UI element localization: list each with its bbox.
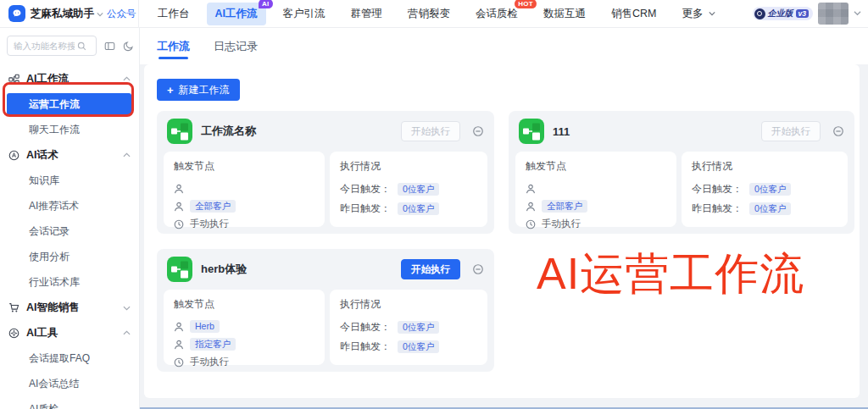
- chevron-down-icon: [123, 300, 131, 315]
- sidebar-section-ai-tools[interactable]: AI工具: [0, 320, 139, 345]
- topbar: 芝麻私域助手 公众号 工作台 AI工作流 AI 客户引流 群管理 营销裂变 会话…: [0, 0, 868, 28]
- clock-icon: [174, 219, 184, 229]
- sidebar-item-knowledge-base[interactable]: 知识库: [0, 168, 139, 193]
- audience-tag: 全部客户: [542, 200, 587, 213]
- nav-group-management[interactable]: 群管理: [342, 3, 392, 25]
- sidebar-item-usage-analysis[interactable]: 使用分析: [0, 244, 139, 269]
- nav-ai-workflow[interactable]: AI工作流 AI: [207, 3, 266, 25]
- execution-status-panel: 执行情况 今日触发： 0位客户 昨日触发： 0位客户: [682, 152, 848, 227]
- plan-badge[interactable]: 企业版 v3: [753, 7, 813, 20]
- workflow-card-title: 工作流名称: [201, 124, 392, 139]
- workflow-card: 工作流名称 开始执行 触发节点 全部客户 手动执行: [157, 111, 494, 234]
- workflow-green-icon: [519, 119, 544, 144]
- person-icon: [526, 184, 536, 194]
- app-title: 芝麻私域助手: [31, 7, 94, 21]
- workflow-card: 111 开始执行 触发节点 全部客户 手动执行: [509, 111, 854, 234]
- workflow-green-icon: [167, 119, 192, 144]
- clock-icon: [174, 357, 184, 368]
- yesterday-trigger-count-tag: 0位客户: [398, 340, 439, 354]
- new-workflow-button[interactable]: + 新建工作流: [157, 79, 240, 101]
- trigger-node-panel: 触发节点 全部客户 手动执行: [515, 152, 676, 227]
- start-run-button[interactable]: 开始执行: [401, 121, 460, 141]
- yesterday-trigger-count-tag: 0位客户: [398, 202, 439, 216]
- sidebar: AI工作流 运营工作流 聊天工作流 AI话术 知识库 AI推荐话术 会话记录 使…: [0, 28, 140, 409]
- nav-data-exchange[interactable]: 数据互通: [535, 3, 594, 25]
- sidebar-section-ai-smart-sales[interactable]: AI智能销售: [0, 295, 139, 320]
- audience-tag: 指定客户: [190, 338, 236, 351]
- nav-more[interactable]: 更多: [673, 3, 723, 25]
- person-icon: [174, 184, 184, 194]
- brand-chevron-down-icon[interactable]: [97, 6, 103, 21]
- person-icon: [526, 202, 536, 212]
- sidebar-section-ai-scripts[interactable]: AI话术: [0, 142, 139, 168]
- chevron-up-icon: [123, 147, 131, 163]
- person-icon: [174, 322, 184, 332]
- today-trigger-count-tag: 0位客户: [398, 183, 439, 196]
- person-icon: [174, 202, 184, 212]
- start-run-button[interactable]: 开始执行: [401, 259, 460, 279]
- chevron-up-icon: [123, 71, 131, 86]
- disable-circle-icon[interactable]: [472, 263, 484, 275]
- sidebar-item-industry-script-library[interactable]: 行业话术库: [0, 269, 139, 295]
- nav-workbench[interactable]: 工作台: [149, 3, 198, 25]
- sidebar-item-ai-recommended-scripts[interactable]: AI推荐话术: [0, 193, 139, 218]
- search-icon: [77, 41, 86, 51]
- cart-icon: [8, 302, 19, 313]
- trigger-node-panel: 触发节点 Herb 指定客户 手动执行: [164, 290, 325, 365]
- version-badge: v3: [796, 9, 809, 18]
- nav-customer-acquisition[interactable]: 客户引流: [275, 3, 334, 25]
- user-avatar[interactable]: [818, 3, 849, 25]
- nav-conversation-qc[interactable]: 会话质检 HOT: [467, 3, 526, 25]
- yesterday-trigger-count-tag: 0位客户: [749, 202, 791, 216]
- account-type-link[interactable]: 公众号: [107, 8, 136, 20]
- clock-icon: [526, 219, 536, 229]
- sidebar-section-ai-workflow[interactable]: AI工作流: [0, 66, 139, 91]
- nav-marketing-fission[interactable]: 营销裂变: [399, 3, 459, 25]
- collapse-sidebar-icon[interactable]: [104, 41, 115, 52]
- plus-icon: +: [167, 84, 174, 97]
- more-chevron-down-icon: [709, 10, 715, 17]
- search-input-wrap: [7, 36, 97, 56]
- tools-icon: [8, 328, 19, 339]
- today-trigger-count-tag: 0位客户: [398, 321, 439, 334]
- speech-icon: [8, 150, 19, 161]
- workflow-icon: [8, 74, 19, 85]
- sidebar-item-conversation-faq-extract[interactable]: 会话提取FAQ: [0, 345, 139, 371]
- workflow-card-title: herb体验: [201, 262, 392, 277]
- main-nav: 工作台 AI工作流 AI 客户引流 群管理 营销裂变 会话质检 HOT 数据互通…: [149, 0, 724, 28]
- sidebar-search-row: [7, 36, 134, 56]
- brand-area[interactable]: 芝麻私域助手 公众号: [0, 0, 139, 28]
- sidebar-item-operation-workflow[interactable]: 运营工作流: [7, 93, 131, 115]
- trigger-node-panel: 触发节点 全部客户 手动执行: [164, 152, 325, 227]
- tab-workflow[interactable]: 工作流: [157, 28, 190, 64]
- start-run-button[interactable]: 开始执行: [761, 121, 821, 141]
- hot-badge: HOT: [515, 0, 537, 8]
- chevron-up-icon: [123, 325, 131, 340]
- app-window: 芝麻私域助手 公众号 工作台 AI工作流 AI 客户引流 群管理 营销裂变 会话…: [0, 0, 868, 409]
- audience-tag: 全部客户: [190, 200, 236, 213]
- app-logo-icon: [8, 5, 25, 22]
- workflow-green-icon: [167, 257, 192, 282]
- sidebar-item-ai-conversation-summary[interactable]: AI会话总结: [0, 371, 139, 396]
- tab-log-records[interactable]: 日志记录: [214, 28, 258, 64]
- person-icon: [174, 340, 184, 350]
- disable-circle-icon[interactable]: [472, 125, 484, 137]
- sidebar-menu: AI工作流 运营工作流 聊天工作流 AI话术 知识库 AI推荐话术 会话记录 使…: [0, 66, 139, 409]
- workflow-panel: + 新建工作流 工作流名称 开始执行 触发节点 全部客户: [144, 64, 860, 398]
- enterprise-icon: [754, 8, 765, 19]
- execution-status-panel: 执行情况 今日触发： 0位客户 昨日触发： 0位客户: [330, 290, 487, 365]
- disable-circle-icon[interactable]: [832, 125, 844, 137]
- search-input[interactable]: [14, 41, 75, 51]
- sidebar-item-chat-workflow[interactable]: 聊天工作流: [0, 117, 139, 142]
- today-trigger-count-tag: 0位客户: [749, 183, 791, 196]
- audience-tag: Herb: [190, 320, 220, 334]
- dark-mode-moon-icon[interactable]: [123, 41, 134, 52]
- nav-sales-crm[interactable]: 销售CRM: [603, 3, 665, 25]
- user-chevron-down-icon[interactable]: [854, 9, 861, 19]
- workflow-card-title: 111: [553, 125, 753, 138]
- main-tabstrip: 工作流 日志记录: [140, 28, 868, 64]
- execution-status-panel: 执行情况 今日触发： 0位客户 昨日触发： 0位客户: [330, 152, 487, 227]
- workflow-card: herb体验 开始执行 触发节点 Herb 指定客户: [157, 249, 494, 372]
- sidebar-item-ai-quality-check[interactable]: AI质检: [0, 396, 139, 409]
- sidebar-item-conversation-records[interactable]: 会话记录: [0, 218, 139, 244]
